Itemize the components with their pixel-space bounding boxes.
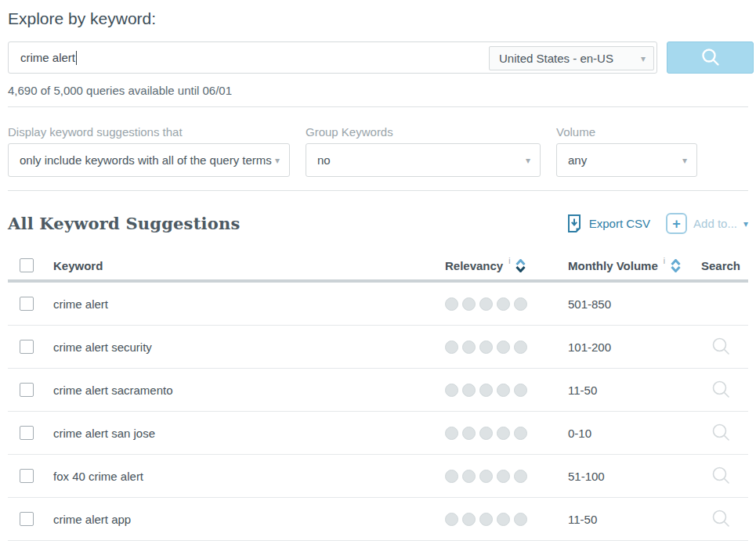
select-all-checkbox[interactable]: [20, 258, 34, 272]
relevancy-dot: [514, 470, 527, 483]
filter-suggestions-select[interactable]: only include keywords with all of the qu…: [8, 143, 290, 177]
sort-volume-control[interactable]: [671, 259, 681, 272]
column-header-search: Search: [693, 259, 748, 272]
relevancy-dot: [479, 513, 493, 526]
magnifier-icon: [710, 336, 732, 358]
relevancy-dots: [445, 297, 527, 311]
relevancy-dot: [479, 384, 493, 397]
sort-relevancy-control[interactable]: [515, 259, 526, 272]
relevancy-dot: [479, 340, 493, 354]
relevancy-dot: [514, 513, 527, 526]
magnifier-icon: [710, 465, 732, 487]
relevancy-dots: [445, 470, 527, 483]
row-checkbox[interactable]: [20, 340, 34, 354]
magnifier-icon: [710, 508, 732, 530]
relevancy-dot: [445, 340, 458, 354]
relevancy-dots: [445, 340, 527, 354]
relevancy-dot: [479, 470, 493, 483]
row-checkbox[interactable]: [20, 469, 34, 483]
filter-volume-label: Volume: [556, 125, 697, 139]
filter-suggestions-group: Display keyword suggestions that only in…: [8, 125, 290, 177]
suggestion-rows: crime alert 501-850 crime alert security…: [8, 283, 748, 541]
relevancy-dot: [445, 297, 458, 311]
filter-volume-value: any: [568, 153, 587, 167]
chevron-down-icon: ▾: [682, 155, 687, 166]
relevancy-dot: [445, 513, 458, 526]
row-checkbox[interactable]: [20, 383, 34, 397]
relevancy-dot: [514, 427, 527, 440]
volume-cell: 51-100: [568, 470, 693, 483]
relevancy-dot: [497, 513, 510, 526]
row-search-button[interactable]: [710, 465, 732, 487]
relevancy-dot: [462, 470, 476, 483]
filter-suggestions-value: only include keywords with all of the qu…: [20, 153, 272, 167]
sort-down-icon: [515, 266, 526, 272]
sort-up-icon: [515, 259, 526, 265]
locale-select[interactable]: United States - en-US ▾: [489, 46, 654, 70]
info-icon[interactable]: i: [508, 257, 510, 265]
row-search-button[interactable]: [710, 336, 732, 358]
relevancy-dot: [497, 340, 510, 354]
sort-up-icon: [671, 259, 681, 265]
relevancy-dot: [497, 384, 510, 397]
table-row: crime alert 501-850: [8, 283, 748, 326]
table-row: fox 40 crime alert 51-100: [8, 455, 748, 498]
relevancy-dot: [479, 297, 493, 311]
keyword-cell: crime alert app: [53, 513, 445, 526]
filter-volume-group: Volume any ▾: [556, 125, 697, 177]
table-row: crime alert app 11-50: [8, 498, 748, 541]
relevancy-dots: [445, 384, 527, 397]
filter-group-keywords-select[interactable]: no ▾: [306, 143, 541, 177]
table-header-row: Keyword Relevancy i Monthly Volume i Sea…: [8, 251, 748, 283]
divider: [8, 190, 748, 191]
row-search-button[interactable]: [710, 508, 732, 530]
info-icon[interactable]: i: [664, 257, 665, 265]
relevancy-dot: [514, 384, 527, 397]
row-search-button[interactable]: [710, 422, 732, 444]
row-checkbox[interactable]: [20, 512, 34, 526]
keyword-query-text: crime alert: [20, 51, 75, 64]
volume-cell: 501-850: [568, 297, 693, 311]
volume-cell: 101-200: [568, 340, 693, 354]
suggestions-table: Keyword Relevancy i Monthly Volume i Sea…: [8, 251, 748, 541]
relevancy-dot: [445, 470, 458, 483]
chevron-down-icon: ▾: [743, 218, 748, 229]
keyword-cell: crime alert: [53, 297, 445, 311]
relevancy-dot: [479, 427, 493, 440]
filter-group-keywords-group: Group Keywords no ▾: [306, 125, 541, 177]
relevancy-dot: [497, 427, 510, 440]
relevancy-dot: [462, 384, 476, 397]
plus-icon: +: [666, 213, 687, 234]
keyword-cell: crime alert sacramento: [53, 384, 445, 397]
filter-suggestions-label: Display keyword suggestions that: [8, 125, 290, 139]
add-to-label: Add to...: [693, 217, 737, 230]
filters-row: Display keyword suggestions that only in…: [8, 125, 748, 177]
add-to-button[interactable]: + Add to... ▾: [666, 213, 748, 234]
row-checkbox[interactable]: [20, 297, 34, 311]
page-title: Explore by keyword:: [8, 9, 748, 28]
relevancy-dot: [514, 297, 527, 311]
locale-selected-value: United States - en-US: [499, 52, 613, 65]
relevancy-dot: [462, 427, 476, 440]
table-row: crime alert security 101-200: [8, 326, 748, 369]
relevancy-dot: [445, 384, 458, 397]
table-row: crime alert sacramento 11-50: [8, 369, 748, 412]
table-row: crime alert san jose 0-10: [8, 412, 748, 455]
sort-down-icon: [671, 266, 681, 272]
keyword-cell: crime alert san jose: [53, 427, 445, 440]
row-checkbox[interactable]: [20, 426, 34, 440]
row-search-button[interactable]: [710, 379, 732, 401]
column-header-keyword: Keyword: [53, 259, 445, 272]
relevancy-dot: [462, 340, 476, 354]
queries-available-note: 4,690 of 5,000 queries available until 0…: [8, 84, 748, 97]
volume-cell: 11-50: [568, 513, 693, 526]
export-csv-button[interactable]: Export CSV: [566, 214, 650, 233]
relevancy-dot: [445, 427, 458, 440]
keyword-search-input[interactable]: crime alert United States - en-US ▾: [8, 41, 657, 74]
search-area: crime alert United States - en-US ▾: [8, 41, 748, 74]
relevancy-dot: [462, 513, 476, 526]
chevron-down-icon: ▾: [526, 155, 530, 166]
search-button[interactable]: [667, 41, 754, 74]
filter-volume-select[interactable]: any ▾: [556, 143, 697, 177]
column-header-relevancy: Relevancy: [445, 259, 503, 272]
